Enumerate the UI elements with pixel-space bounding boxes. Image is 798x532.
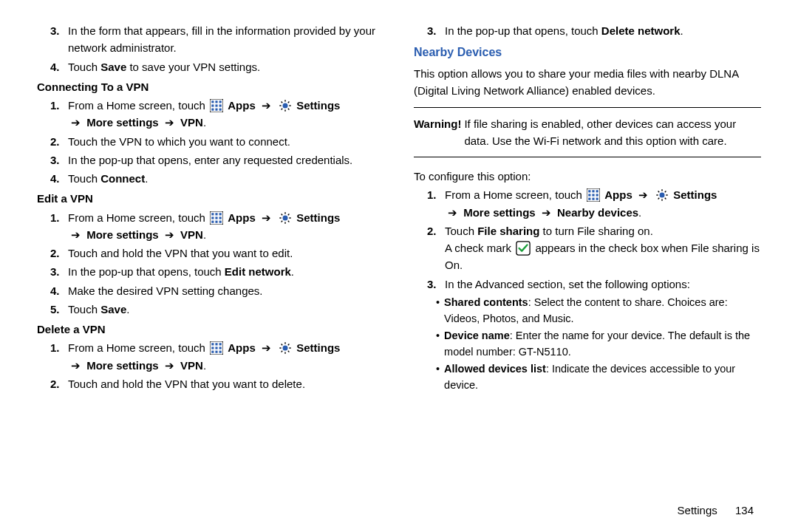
- list-text: From a Home screen, touch Apps ➔ Setting…: [445, 186, 761, 221]
- apps-icon: [210, 341, 223, 355]
- list-item: 2. Touch the VPN to which you want to co…: [37, 133, 384, 150]
- warning-block: Warning! If file sharing is enabled, oth…: [414, 107, 761, 158]
- list-item: 2. Touch File sharing to turn File shari…: [414, 222, 761, 274]
- list-number: 3.: [50, 151, 68, 168]
- list-item: 4. Touch Save to save your VPN settings.: [37, 58, 384, 75]
- list-text: In the pop-up that opens, touch Edit net…: [68, 263, 384, 280]
- list-item: 1. From a Home screen, touch Apps ➔ Sett…: [37, 339, 384, 374]
- list-text: Touch Connect.: [68, 170, 384, 187]
- list-text: Touch File sharing to turn File sharing …: [445, 222, 761, 274]
- list-item: 3. In the pop-up that opens, enter any r…: [37, 151, 384, 168]
- list-number: 4.: [50, 282, 68, 299]
- list-number: 3.: [50, 263, 68, 280]
- list-item: 2. Touch and hold the VPN that you want …: [37, 245, 384, 262]
- list-item: 1. From a Home screen, touch Apps ➔ Sett…: [37, 209, 384, 244]
- checkmark-icon: [516, 241, 531, 256]
- right-column: 3. In the pop-up that opens, touch Delet…: [414, 22, 761, 517]
- list-item: 1. From a Home screen, touch Apps ➔ Sett…: [414, 186, 761, 221]
- list-text: From a Home screen, touch Apps ➔ Setting…: [68, 209, 384, 244]
- paragraph: To configure this option:: [414, 168, 761, 185]
- list-item: 3. In the pop-up that opens, touch Edit …: [37, 263, 384, 280]
- paragraph: This option allows you to share your med…: [414, 65, 761, 100]
- list-item: 3. In the Advanced section, set the foll…: [414, 276, 761, 293]
- warning-text: If file sharing is enabled, other device…: [464, 115, 761, 150]
- gear-icon: [279, 99, 292, 112]
- list-number: 2.: [50, 245, 68, 262]
- bullet-item: Shared contents: Select the content to s…: [414, 294, 761, 327]
- list-item: 4. Touch Connect.: [37, 170, 384, 187]
- list-number: 3.: [427, 22, 445, 39]
- gear-icon: [279, 341, 292, 355]
- section-heading-nearby: Nearby Devices: [414, 44, 761, 62]
- bullet-item: Allowed devices list: Indicate the devic…: [414, 361, 761, 394]
- bullet-item: Device name: Enter the name for your dev…: [414, 327, 761, 361]
- subheading-edit: Edit a VPN: [37, 190, 384, 207]
- subheading-connecting: Connecting To a VPN: [37, 78, 384, 95]
- list-number: 1.: [50, 97, 68, 132]
- list-number: 1.: [50, 339, 68, 374]
- list-text: In the Advanced section, set the followi…: [445, 276, 761, 293]
- list-text: Touch the VPN to which you want to conne…: [68, 133, 384, 150]
- list-text: Touch and hold the VPN that you want to …: [68, 245, 384, 262]
- gear-icon: [655, 188, 669, 202]
- list-number: 2.: [50, 375, 68, 392]
- list-number: 1.: [427, 186, 445, 221]
- list-text: Touch and hold the VPN that you want to …: [68, 375, 384, 392]
- left-column: 3. In the form that appears, fill in the…: [37, 22, 384, 517]
- list-text: From a Home screen, touch Apps ➔ Setting…: [68, 97, 384, 132]
- list-number: 3.: [427, 276, 445, 293]
- list-text: In the pop-up that opens, enter any requ…: [68, 151, 384, 168]
- list-text: In the pop-up that opens, touch Delete n…: [445, 22, 761, 39]
- list-text: From a Home screen, touch Apps ➔ Setting…: [68, 339, 384, 374]
- apps-icon: [210, 211, 223, 225]
- gear-icon: [279, 211, 292, 225]
- list-text: In the form that appears, fill in the in…: [68, 22, 384, 57]
- list-number: 4.: [50, 58, 68, 75]
- list-number: 4.: [50, 170, 68, 187]
- list-number: 2.: [50, 133, 68, 150]
- apps-icon: [210, 99, 223, 112]
- list-item: 3. In the pop-up that opens, touch Delet…: [414, 22, 761, 39]
- footer-section: Settings: [678, 504, 717, 516]
- list-text: Make the desired VPN setting changes.: [68, 282, 384, 299]
- apps-icon: [587, 188, 600, 202]
- manual-page: 3. In the form that appears, fill in the…: [0, 0, 798, 532]
- list-number: 1.: [50, 209, 68, 244]
- list-item: 4. Make the desired VPN setting changes.: [37, 282, 384, 299]
- list-item: 5. Touch Save.: [37, 301, 384, 318]
- subheading-delete: Delete a VPN: [37, 321, 384, 338]
- list-item: 1. From a Home screen, touch Apps ➔ Sett…: [37, 97, 384, 132]
- list-text: Touch Save.: [68, 301, 384, 318]
- warning-label: Warning!: [414, 115, 461, 150]
- list-item: 2. Touch and hold the VPN that you want …: [37, 375, 384, 392]
- list-number: 2.: [427, 222, 445, 274]
- list-number: 3.: [50, 22, 68, 57]
- footer-page-number: 134: [735, 504, 754, 516]
- page-footer: Settings 134: [678, 502, 754, 519]
- list-item: 3. In the form that appears, fill in the…: [37, 22, 384, 57]
- list-number: 5.: [50, 301, 68, 318]
- list-text: Touch Save to save your VPN settings.: [68, 58, 384, 75]
